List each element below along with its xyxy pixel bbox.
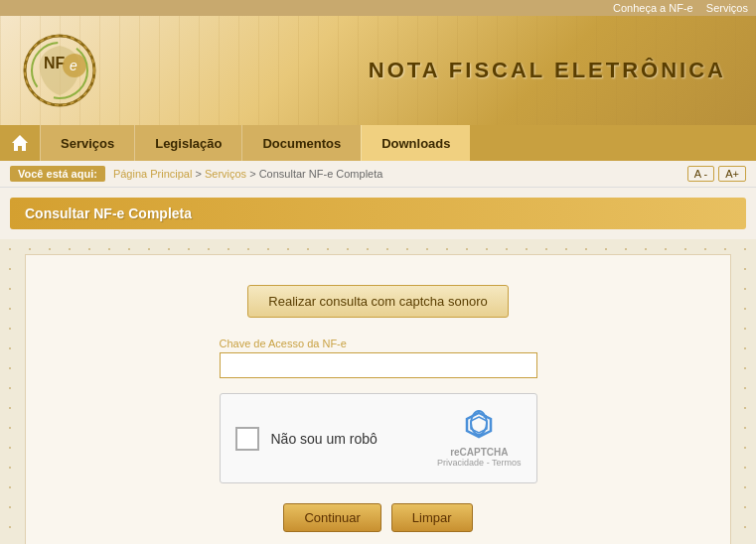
header: NF e NOTA FISCAL ELETRÔNICA xyxy=(0,16,756,125)
page-title: Consultar NF-e Completa xyxy=(25,205,192,221)
recaptcha-terms-link[interactable]: Termos xyxy=(492,458,522,468)
captcha-audio-button[interactable]: Realizar consulta com captcha sonoro xyxy=(247,285,508,318)
nav-item-servicos[interactable]: Serviços xyxy=(40,125,134,161)
breadcrumb-servicos-link[interactable]: Serviços xyxy=(205,168,246,180)
svg-marker-6 xyxy=(12,135,28,151)
access-key-label: Chave de Acesso da NF-e xyxy=(220,338,537,349)
home-icon xyxy=(10,133,30,153)
nav-bar: Serviços Legislação Documentos Downloads xyxy=(0,125,756,161)
font-decrease-button[interactable]: A - xyxy=(687,166,714,182)
form-area: Chave de Acesso da NF-e Não sou um robô xyxy=(220,338,537,532)
recaptcha-label: Não sou um robô xyxy=(271,431,378,447)
recaptcha-privacy-link[interactable]: Privacidade xyxy=(437,458,484,468)
breadcrumb-path: Página Principal > Serviços > Consultar … xyxy=(113,168,383,180)
font-controls: A - A+ xyxy=(687,166,746,182)
nav-item-legislacao[interactable]: Legislação xyxy=(134,125,241,161)
access-key-input[interactable] xyxy=(220,352,537,378)
recaptcha-right: reCAPTCHA Privacidade - Termos xyxy=(437,409,521,468)
action-buttons: Continuar Limpar xyxy=(220,503,537,532)
clear-button[interactable]: Limpar xyxy=(391,503,473,532)
logo-area: NF e xyxy=(20,31,99,110)
logo-box: NF e xyxy=(20,31,99,110)
breadcrumb-prefix: Você está aqui: xyxy=(10,166,105,182)
recaptcha-box: Não sou um robô reCAPTCHA xyxy=(220,393,537,483)
site-title-text: NOTA FISCAL ELETRÔNICA xyxy=(369,58,726,83)
conheca-link[interactable]: Conheça a NF-e xyxy=(613,2,693,14)
breadcrumb-bar: Você está aqui: Página Principal > Servi… xyxy=(0,161,756,188)
svg-text:e: e xyxy=(70,58,77,73)
recaptcha-links: Privacidade - Termos xyxy=(437,458,521,468)
servicos-top-link[interactable]: Serviços xyxy=(706,2,748,14)
home-button[interactable] xyxy=(0,125,40,161)
main-content: Realizar consulta com captcha sonoro Cha… xyxy=(25,254,731,544)
recaptcha-logo-icon xyxy=(463,409,495,447)
nfe-logo: NF e xyxy=(20,31,99,110)
continue-button[interactable]: Continuar xyxy=(283,503,380,532)
breadcrumb-home-link[interactable]: Página Principal xyxy=(113,168,193,180)
main-content-wrapper: Realizar consulta com captcha sonoro Cha… xyxy=(0,239,756,544)
recaptcha-checkbox[interactable] xyxy=(235,427,259,451)
page-title-bar: Consultar NF-e Completa xyxy=(10,198,746,229)
top-bar: Conheça a NF-e Serviços xyxy=(0,0,756,16)
recaptcha-left: Não sou um robô xyxy=(235,427,378,451)
nav-item-downloads[interactable]: Downloads xyxy=(361,125,470,161)
font-increase-button[interactable]: A+ xyxy=(718,166,746,182)
site-title: NOTA FISCAL ELETRÔNICA xyxy=(369,58,726,83)
recaptcha-brand-text: reCAPTCHA xyxy=(450,447,508,458)
nav-item-documentos[interactable]: Documentos xyxy=(241,125,361,161)
svg-text:NF: NF xyxy=(44,55,66,71)
